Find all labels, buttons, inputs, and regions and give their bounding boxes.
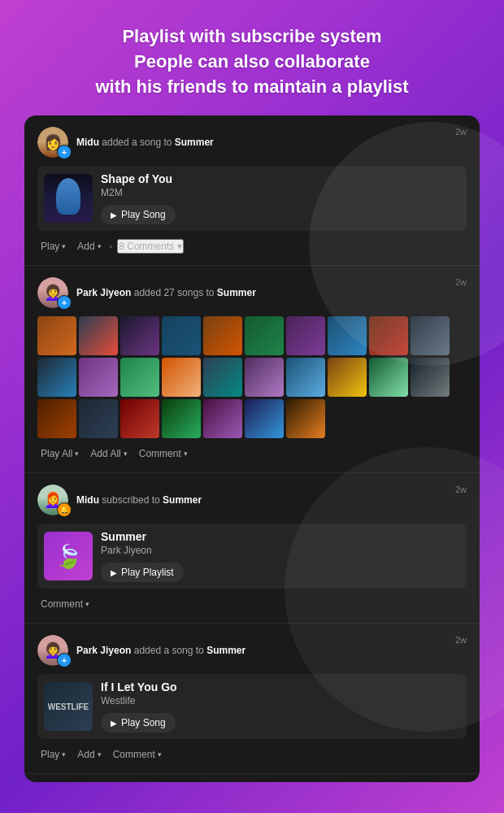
album-25[interactable] [203, 399, 242, 438]
header-line3: with his friends to maintain a playlist [33, 75, 471, 100]
play-icon-1: ▶ [111, 211, 117, 220]
comments-btn-1[interactable]: 8 Comments ▾ [117, 239, 184, 254]
feed-item-4: 👩‍🦱 + Park Jiyeon added a song to Summer… [24, 624, 480, 774]
play-action-1[interactable]: Play ▾ [37, 239, 69, 254]
action-bar-3: Comment ▾ [37, 597, 467, 611]
sep-1: • [110, 242, 113, 251]
action-text-1: added a song to [102, 137, 174, 148]
album-16[interactable] [245, 358, 284, 397]
song-title-1: Shape of You [101, 172, 460, 185]
header-line1: Playlist with subscribe system [33, 24, 471, 50]
playlist-author-3: Park Jiyeon [101, 545, 460, 556]
album-19[interactable] [369, 358, 408, 397]
album-2[interactable] [79, 316, 118, 355]
song-title-4: If I Let You Go [101, 680, 460, 693]
action-text-4: added a song to [134, 645, 206, 656]
song-artist-4: Westlife [101, 695, 460, 706]
feed-header-3: 👩‍🦰 🔔 Midu subscribed to Summer 2w [37, 485, 467, 515]
album-4[interactable] [162, 316, 201, 355]
playlist-card-3: 🍃 Summer Park Jiyeon ▶ Play Playlist [37, 524, 467, 589]
album-14[interactable] [162, 358, 201, 397]
feed-item-3: 👩‍🦰 🔔 Midu subscribed to Summer 2w 🍃 Sum… [24, 473, 480, 624]
play-all-chevron: ▾ [75, 450, 79, 458]
album-24[interactable] [162, 399, 201, 438]
album-22[interactable] [79, 399, 118, 438]
feed-item-2: 👩‍🦱 + Park Jiyeon added 27 songs to Summ… [24, 266, 480, 473]
album-13[interactable] [120, 358, 159, 397]
feed-header-4: 👩‍🦱 + Park Jiyeon added a song to Summer… [37, 635, 467, 666]
album-23[interactable] [120, 399, 159, 438]
album-20[interactable] [411, 358, 450, 397]
add-chevron-1: ▾ [98, 242, 102, 250]
play-all-btn[interactable]: Play All ▾ [37, 446, 82, 461]
song-artist-1: M2M [101, 187, 460, 198]
album-18[interactable] [328, 358, 367, 397]
add-badge-2: + [57, 295, 72, 310]
playlist-name-4: Summer [206, 645, 245, 656]
add-chevron-4: ▾ [98, 750, 102, 759]
album-17[interactable] [286, 358, 325, 397]
comment-btn-4[interactable]: Comment ▾ [110, 747, 165, 762]
play-icon-4: ▶ [111, 719, 117, 728]
album-7[interactable] [286, 316, 325, 355]
header-section: Playlist with subscribe system People ca… [0, 0, 504, 115]
playlist-name-1: Summer [175, 137, 214, 148]
add-action-4[interactable]: Add ▾ [74, 747, 104, 762]
timestamp-3: 2w [455, 485, 467, 494]
play-song-btn-1[interactable]: ▶ Play Song [101, 205, 176, 224]
playlist-name-3: Summer [163, 494, 202, 506]
album-8[interactable] [328, 316, 367, 355]
album-1[interactable] [37, 316, 76, 355]
album-5[interactable] [203, 316, 242, 355]
play-chevron-1: ▾ [62, 242, 66, 250]
feed-header-2: 👩‍🦱 + Park Jiyeon added 27 songs to Summ… [37, 277, 467, 308]
feed-meta-4: Park Jiyeon added a song to Summer [76, 645, 455, 656]
avatar-wrap-3: 👩‍🦰 🔔 [37, 485, 68, 515]
feed-item-1: 👩 + Midu added a song to Summer 2w Shape… [24, 115, 480, 266]
action-bar-1: Play ▾ Add ▾ • 8 Comments ▾ [37, 239, 467, 254]
feed-header-1: 👩 + Midu added a song to Summer 2w [37, 127, 467, 158]
play-song-btn-4[interactable]: ▶ Play Song [101, 713, 176, 733]
playlist-thumb-3: 🍃 [44, 532, 93, 580]
album-9[interactable] [369, 316, 408, 355]
album-11[interactable] [37, 358, 76, 397]
header-text: Playlist with subscribe system People ca… [0, 0, 504, 115]
feed-item-5: 👩‍🦱 + Park Jiyeon added a song to Summer… [24, 774, 480, 782]
comment-chevron-3: ▾ [85, 600, 89, 608]
album-27[interactable] [286, 399, 325, 438]
album-15[interactable] [203, 358, 242, 397]
action-bar-2: Play All ▾ Add All ▾ Comment ▾ [37, 446, 467, 461]
album-10[interactable] [411, 316, 450, 355]
song-info-4: If I Let You Go Westlife ▶ Play Song [101, 680, 460, 733]
playlist-info-3: Summer Park Jiyeon ▶ Play Playlist [101, 530, 460, 582]
album-26[interactable] [245, 399, 284, 438]
action-text-3: subscribed to [102, 494, 163, 506]
play-chevron-4: ▾ [62, 750, 66, 759]
play-playlist-btn-3[interactable]: ▶ Play Playlist [101, 563, 184, 582]
action-bar-4: Play ▾ Add ▾ Comment ▾ [37, 747, 467, 762]
comment-chevron-4: ▾ [158, 750, 162, 759]
timestamp-2: 2w [455, 277, 467, 287]
album-12[interactable] [79, 358, 118, 397]
album-grid-2 [37, 316, 467, 438]
comment-btn-3[interactable]: Comment ▾ [37, 597, 93, 611]
timestamp-1: 2w [455, 127, 467, 137]
add-badge-4: + [57, 653, 72, 667]
comments-chevron-1: ▾ [177, 241, 182, 252]
song-card-1: Shape of You M2M ▶ Play Song [37, 166, 467, 231]
username-4: Park Jiyeon [76, 645, 131, 656]
username-1: Midu [76, 137, 99, 148]
notif-badge-3: 🔔 [57, 502, 72, 517]
header-line2: People can also collaborate [33, 50, 471, 75]
add-all-btn[interactable]: Add All ▾ [87, 446, 130, 461]
add-action-1[interactable]: Add ▾ [74, 239, 104, 254]
album-3[interactable] [120, 316, 159, 355]
feed-meta-1: Midu added a song to Summer [76, 137, 455, 148]
song-card-4: WESTLIFE If I Let You Go Westlife ▶ Play… [37, 674, 467, 739]
play-action-4[interactable]: Play ▾ [37, 747, 69, 762]
comment-btn-2[interactable]: Comment ▾ [136, 446, 191, 461]
action-text-2: added 27 songs to [134, 287, 217, 298]
album-6[interactable] [245, 316, 284, 355]
feed-meta-2: Park Jiyeon added 27 songs to Summer [76, 287, 455, 298]
album-21[interactable] [37, 399, 76, 438]
